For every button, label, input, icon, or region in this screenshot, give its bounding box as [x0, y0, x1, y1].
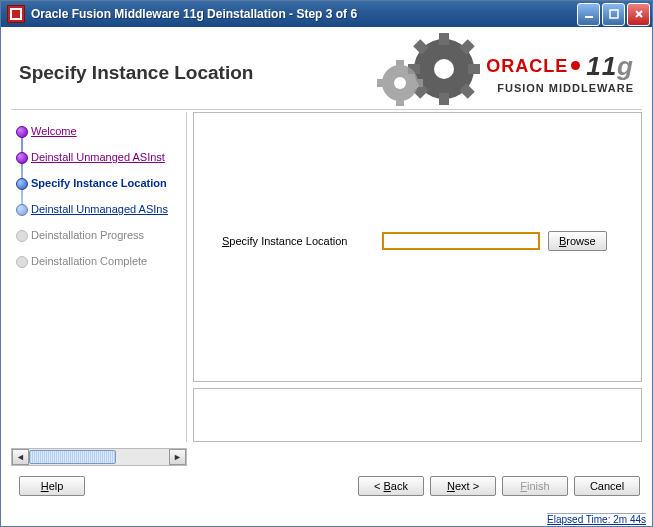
- installer-window: Oracle Fusion Middleware 11g Deinstallat…: [0, 0, 653, 527]
- scroll-left-button[interactable]: ◄: [12, 449, 29, 465]
- page-title: Specify Instance Location: [11, 62, 253, 84]
- svg-rect-15: [396, 97, 404, 106]
- close-button[interactable]: [627, 3, 650, 26]
- step-bullet-future-icon: [16, 230, 28, 242]
- brand-subtitle: FUSION MIDDLEWARE: [486, 82, 634, 94]
- minimize-button[interactable]: [577, 3, 600, 26]
- maximize-icon: [609, 9, 619, 19]
- step-deinstall-unmanaged-2[interactable]: Deinstall Unmanaged ASIns: [31, 196, 182, 222]
- sidebar-horizontal-scrollbar[interactable]: ◄ ►: [11, 448, 187, 466]
- brand-version-suffix: g: [617, 51, 634, 81]
- step-deinstallation-progress: Deinstallation Progress: [31, 222, 182, 248]
- brand-name: ORACLE: [486, 56, 568, 77]
- step-bullet-done-icon: [16, 126, 28, 138]
- svg-point-3: [434, 59, 454, 79]
- instance-location-row: Specify Instance Location Browse: [222, 231, 607, 251]
- svg-rect-1: [610, 10, 618, 18]
- step-link[interactable]: Welcome: [31, 125, 77, 137]
- back-button[interactable]: < Back: [358, 476, 424, 496]
- svg-rect-17: [414, 79, 423, 87]
- step-specify-instance-location[interactable]: Specify Instance Location: [31, 170, 182, 196]
- elapsed-time-status: Elapsed Time: 2m 44s: [547, 513, 646, 525]
- scroll-thumb[interactable]: [29, 450, 116, 464]
- brand-version: 11: [586, 51, 617, 81]
- header-branding: ORACLE 11g FUSION MIDDLEWARE: [312, 37, 642, 109]
- window-title: Oracle Fusion Middleware 11g Deinstallat…: [29, 7, 575, 21]
- svg-point-13: [394, 77, 406, 89]
- step-connector-line: [21, 128, 23, 204]
- browse-button[interactable]: Browse: [548, 231, 607, 251]
- wizard-body: Welcome Deinstall Unmanged ASInst Specif…: [11, 112, 642, 442]
- step-bullet-next-icon: [16, 204, 28, 216]
- svg-rect-16: [377, 79, 386, 87]
- header-separator: [11, 109, 642, 110]
- message-box: [193, 388, 642, 442]
- gears-icon: [372, 31, 502, 115]
- content-box: Specify Instance Location Browse: [193, 112, 642, 382]
- svg-rect-0: [585, 16, 593, 18]
- svg-rect-4: [439, 33, 449, 45]
- wizard-header: Specify Instance Location: [11, 37, 642, 109]
- next-button[interactable]: Next >: [430, 476, 496, 496]
- step-welcome[interactable]: Welcome: [31, 118, 182, 144]
- brand-dot-icon: [571, 61, 580, 70]
- step-list: Welcome Deinstall Unmanged ASInst Specif…: [13, 118, 182, 274]
- scroll-right-button[interactable]: ►: [169, 449, 186, 465]
- scroll-track[interactable]: [29, 450, 169, 464]
- instance-location-input[interactable]: [382, 232, 540, 250]
- step-bullet-done-icon: [16, 152, 28, 164]
- maximize-button[interactable]: [602, 3, 625, 26]
- step-label: Specify Instance Location: [31, 177, 167, 189]
- button-bar: Help < Back Next > Finish Cancel: [11, 476, 642, 496]
- step-label: Deinstallation Progress: [31, 229, 144, 241]
- svg-rect-5: [439, 93, 449, 105]
- client-area: Specify Instance Location: [1, 27, 652, 526]
- step-link[interactable]: Deinstall Unmanged ASInst: [31, 151, 165, 163]
- step-deinstall-unmanaged-1[interactable]: Deinstall Unmanged ASInst: [31, 144, 182, 170]
- help-button[interactable]: Help: [19, 476, 85, 496]
- app-icon: [7, 5, 25, 23]
- step-label: Deinstallation Complete: [31, 255, 147, 267]
- step-sidebar: Welcome Deinstall Unmanged ASInst Specif…: [11, 112, 187, 442]
- oracle-logo: ORACLE 11g FUSION MIDDLEWARE: [486, 51, 634, 94]
- main-panel: Specify Instance Location Browse: [187, 112, 642, 442]
- finish-button: Finish: [502, 476, 568, 496]
- step-bullet-current-icon: [16, 178, 28, 190]
- step-deinstallation-complete: Deinstallation Complete: [31, 248, 182, 274]
- step-link[interactable]: Deinstall Unmanaged ASIns: [31, 203, 168, 215]
- title-bar[interactable]: Oracle Fusion Middleware 11g Deinstallat…: [1, 1, 652, 27]
- svg-rect-14: [396, 60, 404, 69]
- close-icon: [634, 9, 644, 19]
- minimize-icon: [584, 9, 594, 19]
- svg-rect-7: [468, 64, 480, 74]
- cancel-button[interactable]: Cancel: [574, 476, 640, 496]
- step-bullet-future-icon: [16, 256, 28, 268]
- instance-location-label: Specify Instance Location: [222, 235, 382, 247]
